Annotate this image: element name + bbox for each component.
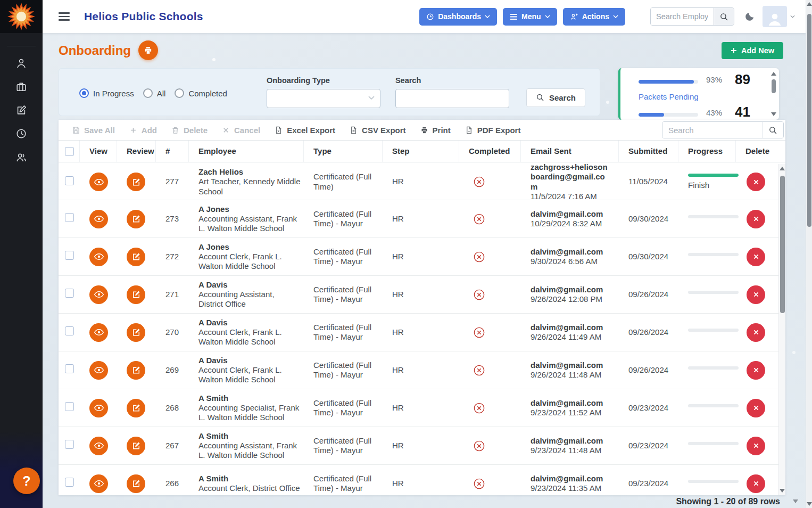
scrollbar-thumb[interactable] [780,176,785,313]
view-button[interactable] [89,399,108,417]
review-button[interactable] [127,399,145,417]
pdf-export-button[interactable]: PDF Export [465,126,521,135]
row-checkbox[interactable] [65,478,74,487]
row-type: Certificated (Full Time) - Mayur [304,247,383,267]
sidebar-item-people[interactable] [0,145,43,169]
delete-button[interactable] [747,437,765,455]
sidebar-item-profile[interactable] [0,52,43,75]
row-step: HR [383,214,459,224]
packets-pending-link[interactable]: Packets Pending [639,92,699,101]
not-completed-icon [473,213,518,225]
review-button[interactable] [127,173,145,191]
actions-button[interactable]: Actions [563,8,625,26]
review-button[interactable] [127,248,145,266]
radio-all[interactable]: All [143,88,166,98]
view-button[interactable] [89,248,108,266]
add-button[interactable]: Add [129,126,157,135]
employee-search-input[interactable] [651,8,714,25]
delete-button[interactable] [747,285,765,304]
onboarding-type-select[interactable] [267,89,380,108]
row-checkbox[interactable] [65,440,74,449]
packets-sent-count: 89 [735,71,750,88]
table-search-input[interactable] [662,122,762,138]
radio-completed[interactable]: Completed [175,88,227,98]
table-toolbar: Save AllAddDeleteCancelExcel ExportCSV E… [59,120,785,140]
sidebar-item-jobs[interactable] [0,75,43,99]
stats-card-scrollbar[interactable] [770,71,777,117]
view-button[interactable] [89,323,108,342]
scrollbar-thumb[interactable] [772,79,776,93]
review-button[interactable] [127,323,145,342]
row-submitted: 09/23/2024 [619,403,678,413]
employee-search-button[interactable] [714,8,734,25]
save-all-button[interactable]: Save All [72,126,115,135]
row-checkbox[interactable] [65,213,74,222]
page-scrollbar[interactable] [806,0,812,508]
scrollbar-thumb[interactable] [807,14,811,227]
add-new-button[interactable]: Add New [722,42,783,59]
status-radio-group: In Progress All Completed [79,88,227,98]
row-number: 267 [156,441,189,450]
filter-search-input[interactable] [395,89,509,108]
review-button[interactable] [127,210,145,228]
printer-icon [420,126,428,134]
avatar[interactable] [763,6,787,27]
email-sent-time: 9/30/2024 6:56 AM [531,257,611,266]
sidebar-item-history[interactable] [0,122,43,145]
delete-button[interactable] [747,248,765,266]
help-button[interactable]: ? [13,468,40,494]
view-button[interactable] [89,173,108,191]
avatar-chevron-icon[interactable] [790,15,795,18]
view-button[interactable] [89,474,108,493]
view-button[interactable] [89,210,108,228]
row-checkbox[interactable] [65,326,74,335]
row-checkbox[interactable] [65,289,74,298]
filter-search-button[interactable]: Search [526,88,585,107]
view-button[interactable] [89,437,108,455]
delete-button[interactable] [747,173,765,191]
delete-button[interactable] [747,399,765,417]
delete-button[interactable] [747,361,765,380]
cancel-button[interactable]: Cancel [222,126,260,135]
review-button[interactable] [127,474,145,493]
eye-icon [94,403,104,413]
delete-button[interactable]: Delete [171,126,208,135]
not-completed-icon [473,251,518,263]
row-checkbox[interactable] [65,402,74,411]
radio-in-progress[interactable]: In Progress [79,88,134,98]
table-row: 272 A Jones Account Clerk, Frank L. Walt… [59,238,785,276]
sidebar-item-compose[interactable] [0,99,43,122]
scroll-down-arrow[interactable] [793,499,798,503]
table-search-button[interactable] [762,122,783,138]
menu-button[interactable]: Menu [503,8,557,26]
delete-button[interactable] [747,474,765,493]
edit-icon [131,290,141,299]
delete-button[interactable] [747,323,765,342]
review-button[interactable] [127,285,145,304]
view-button[interactable] [89,285,108,304]
row-step: HR [383,290,459,299]
review-button[interactable] [127,361,145,380]
email-address: dalvim@gmail.com [531,285,611,294]
print-button[interactable]: Print [420,126,451,135]
print-packet-button[interactable] [138,40,158,60]
excel-export-button[interactable]: Excel Export [275,126,335,135]
row-progress [678,404,736,412]
radio-selected-icon [79,88,89,98]
dark-mode-toggle[interactable] [744,11,755,22]
app-logo[interactable] [0,0,43,33]
select-all-checkbox[interactable] [65,147,74,156]
hamburger-menu-icon[interactable] [59,12,70,21]
row-checkbox[interactable] [65,176,74,185]
review-button[interactable] [127,437,145,455]
view-button[interactable] [89,361,108,380]
row-type: Certificated (Full Time) - Mayur [304,285,383,305]
row-checkbox[interactable] [65,364,74,373]
delete-button[interactable] [747,210,765,228]
row-checkbox[interactable] [65,251,74,260]
csv-export-button[interactable]: CSV Export [350,126,406,135]
email-address: dalvim@gmail.com [531,360,611,370]
table-scrollbar[interactable] [778,164,785,495]
dashboards-button[interactable]: Dashboards [419,8,497,26]
employee-title: Account Clerk, Frank L. Walton Middle Sc… [198,327,301,347]
